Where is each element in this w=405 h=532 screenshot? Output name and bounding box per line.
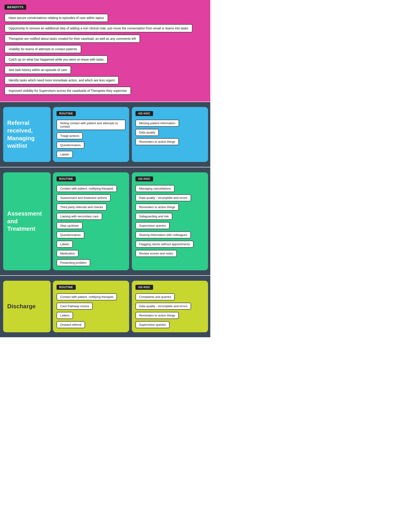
benefit-item: Catch up on what has happened while you … xyxy=(5,55,108,64)
routine-tag-list-referral: Noting contact with patient and attempts… xyxy=(57,120,126,158)
adhoc-badge-referral: AD-HOC xyxy=(135,111,153,116)
benefit-item: Improved visibility for Supervisors acro… xyxy=(5,87,131,95)
benefit-item: See task history within an episode of ca… xyxy=(5,66,71,74)
benefit-item: Identify tasks which need more immediate… xyxy=(5,76,119,84)
label-text-discharge: Discharge xyxy=(7,303,36,310)
routine-tag: Contact with patient, notifiying therapi… xyxy=(57,185,117,192)
routine-tag: Contact with patient, notifiying therapi… xyxy=(57,293,117,300)
benefits-badge: BENEFITS xyxy=(5,5,26,10)
adhoc-tag: Missing patient information xyxy=(135,120,179,127)
routine-badge-referral: ROUTINE xyxy=(57,111,76,116)
adhoc-tag: Safeguarding and risk xyxy=(135,213,172,220)
section-referral: Referral received, Managing waitlistROUT… xyxy=(0,102,210,167)
routine-tag: Liaising with secondary care xyxy=(57,213,102,220)
adhoc-tag: Sharing information with colleagues xyxy=(135,231,191,239)
routine-tag: Noting contact with patient and attempts… xyxy=(57,120,126,130)
routine-tag: Assessment and treatment actions xyxy=(57,194,111,201)
routine-tag: Step up/down xyxy=(57,222,82,229)
adhoc-tag: Complaints and queries xyxy=(135,293,175,300)
routine-tag: Medication xyxy=(57,250,78,257)
routine-tag-list-assessment: Contact with patient, notifiying therapi… xyxy=(57,185,126,266)
adhoc-tag: Review scores and notes xyxy=(135,250,177,257)
routine-badge-assessment: ROUTINE xyxy=(57,177,76,181)
adhoc-tag-list-discharge: Complaints and queriesData quality - inc… xyxy=(135,293,204,328)
benefits-section: BENEFITS Have secure conversations relat… xyxy=(0,0,210,102)
adhoc-badge-discharge: AD-HOC xyxy=(135,285,153,290)
adhoc-tag-list-referral: Missing patient informationData qualityR… xyxy=(135,120,204,145)
adhoc-tag: Managing cancellations xyxy=(135,185,175,192)
routine-tag-list-discharge: Contact with patient, notifiying therapi… xyxy=(57,293,126,328)
adhoc-card-assessment: AD-HOCManaging cancellationsData quality… xyxy=(132,172,208,270)
adhoc-tag: Reminders to action things xyxy=(135,138,179,145)
cards-row-assessment: ROUTINEContact with patient, notifiying … xyxy=(53,170,210,273)
label-text-referral: Referral received, Managing waitlist xyxy=(7,119,47,150)
adhoc-tag: Data quality xyxy=(135,129,159,136)
routine-tag: Third party referrals and checks xyxy=(57,204,107,211)
adhoc-tag: Flagging clients without appointments xyxy=(135,241,194,248)
section-assessment: Assessment and TreatmentROUTINEContact w… xyxy=(0,167,210,275)
adhoc-tag: Reminders to action things xyxy=(135,204,179,211)
routine-card-discharge: ROUTINEContact with patient, notifiying … xyxy=(53,281,129,332)
adhoc-tag: Supervision queries xyxy=(135,222,170,229)
adhoc-card-discharge: AD-HOCComplaints and queriesData quality… xyxy=(132,281,208,332)
adhoc-badge-assessment: AD-HOC xyxy=(135,177,153,181)
adhoc-tag: Reminders to action things xyxy=(135,312,179,319)
label-discharge: Discharge xyxy=(3,281,51,332)
routine-card-referral: ROUTINENoting contact with patient and a… xyxy=(53,107,129,162)
routine-tag: Questionnaires xyxy=(57,231,84,239)
routine-tag: Care Pathway moves xyxy=(57,303,93,310)
routine-tag: Triage actions xyxy=(57,132,83,139)
routine-badge-discharge: ROUTINE xyxy=(57,285,76,290)
routine-tag: Presenting problem xyxy=(57,259,90,266)
adhoc-tag: Data quality - incomplete and errors xyxy=(135,303,191,310)
cards-row-discharge: ROUTINEContact with patient, notifiying … xyxy=(53,279,210,334)
label-referral: Referral received, Managing waitlist xyxy=(3,107,51,162)
routine-tag: Onward referral xyxy=(57,321,85,328)
benefit-item: Opportunity to remove an additional step… xyxy=(5,24,192,32)
label-assessment: Assessment and Treatment xyxy=(3,172,51,270)
adhoc-card-referral: AD-HOCMissing patient informationData qu… xyxy=(132,107,208,162)
adhoc-tag: Supervision queries xyxy=(135,321,170,328)
routine-tag: Questionnaires xyxy=(57,142,84,149)
benefit-item: Have secure conversations relating to ep… xyxy=(5,14,108,22)
sections-container: Referral received, Managing waitlistROUT… xyxy=(0,102,210,337)
section-discharge: DischargeROUTINEContact with patient, no… xyxy=(0,276,210,337)
adhoc-tag: Data quality - incomplete and errors xyxy=(135,194,191,201)
label-text-assessment: Assessment and Treatment xyxy=(7,210,47,233)
benefit-item: Visibility for teams of attempts to cont… xyxy=(5,45,81,53)
routine-card-assessment: ROUTINEContact with patient, notifiying … xyxy=(53,172,129,270)
routine-tag: Labels xyxy=(57,241,73,248)
routine-tag: Letters xyxy=(57,312,73,319)
benefits-list: Have secure conversations relating to ep… xyxy=(5,14,206,95)
routine-tag: Labels xyxy=(57,151,73,158)
cards-row-referral: ROUTINENoting contact with patient and a… xyxy=(53,105,210,164)
benefit-item: Therapists are notified about tasks crea… xyxy=(5,35,140,43)
adhoc-tag-list-assessment: Managing cancellationsData quality - inc… xyxy=(135,185,204,257)
